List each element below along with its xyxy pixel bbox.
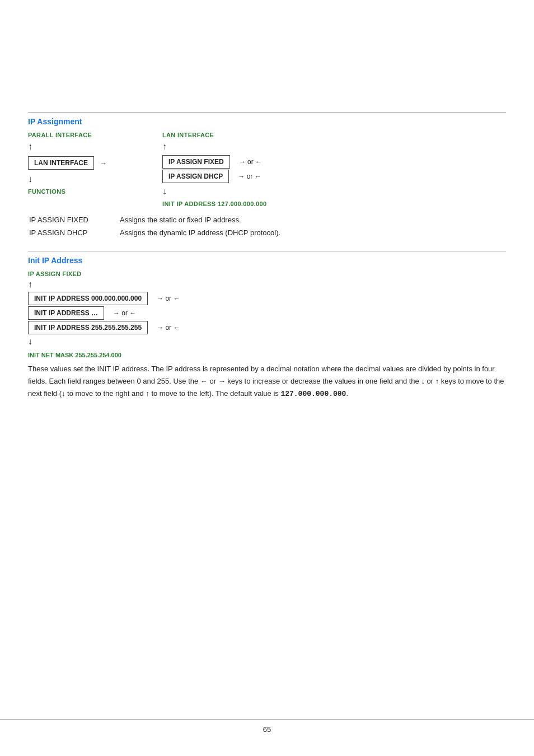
or-arrow-fixed: → or ← — [239, 158, 262, 166]
ip-assign-dhcp-row: IP ASSIGN DHCP → or ← — [162, 170, 262, 183]
ip-assign-fixed-sub-label: IP ASSIGN FIXED — [28, 270, 506, 277]
lan-interface-row: LAN INTERFACE → — [28, 156, 110, 170]
ip-assign-dhcp-box: IP ASSIGN DHCP — [162, 170, 229, 183]
init-ip-ellipsis-row: INIT IP ADDRESS … → or ← — [28, 306, 506, 320]
term-fixed: IP ASSIGN FIXED — [29, 214, 119, 226]
ip-assign-fixed-row: IP ASSIGN FIXED → or ← — [162, 155, 262, 169]
arrow-up-2: ↑ — [162, 141, 167, 153]
ip-assignment-section: IP Assignment PARALL INTERFACE ↑ LAN INT… — [28, 112, 506, 240]
ip-assign-fixed-box: IP ASSIGN FIXED — [162, 155, 230, 169]
init-ip-address-label: INIT IP ADDRESS 127.000.000.000 — [162, 200, 266, 207]
ip-assignment-diagram: PARALL INTERFACE ↑ LAN INTERFACE → ↓ FUN… — [28, 132, 506, 207]
ip-assign-items: IP ASSIGN FIXED → or ← IP ASSIGN DHCP → … — [162, 155, 262, 183]
arrow-up-3: ↑ — [28, 278, 506, 291]
arrow-right-1: → — [100, 159, 107, 167]
init-ip-body-text: These values set the INIT IP address. Th… — [28, 363, 506, 400]
init-ip-address-title: Init IP Address — [28, 251, 506, 265]
init-ip-255-box: INIT IP ADDRESS 255.255.255.255 — [28, 321, 148, 334]
functions-label: FUNCTIONS — [28, 188, 65, 195]
lan-interface-right-label: LAN INTERFACE — [162, 132, 214, 138]
term-dhcp: IP ASSIGN DHCP — [29, 227, 119, 239]
init-ip-255-row: INIT IP ADDRESS 255.255.255.255 → or ← — [28, 321, 506, 334]
init-ip-ellipsis-box: INIT IP ADDRESS … — [28, 306, 104, 320]
arrow-down-1: ↓ — [28, 173, 32, 185]
arrow-down-3: ↓ — [28, 335, 506, 348]
page-footer: 65 — [0, 719, 534, 734]
arrow-up-1: ↑ — [28, 141, 32, 153]
desc-row-fixed: IP ASSIGN FIXED Assigns the static or fi… — [29, 214, 505, 226]
or-arrow-255: → or ← — [157, 324, 180, 332]
or-arrow-000: → or ← — [157, 295, 180, 302]
or-arrow-dhcp: → or ← — [238, 172, 261, 180]
page-number: 65 — [263, 725, 271, 734]
init-ip-000-box: INIT IP ADDRESS 000.000.000.000 — [28, 292, 148, 305]
default-value: 127.000.000.000 — [280, 390, 346, 398]
init-ip-000-row: INIT IP ADDRESS 000.000.000.000 → or ← — [28, 292, 506, 305]
diagram-left-col: PARALL INTERFACE ↑ LAN INTERFACE → ↓ FUN… — [28, 132, 157, 195]
or-arrow-ellipsis: → or ← — [113, 309, 136, 317]
init-net-mask-label: INIT NET MASK 255.255.254.000 — [28, 352, 506, 358]
lan-interface-box: LAN INTERFACE — [28, 156, 94, 170]
def-dhcp: Assigns the dynamic IP address (DHCP pro… — [120, 227, 505, 239]
ip-assignment-title: IP Assignment — [28, 112, 506, 126]
init-ip-address-section: Init IP Address IP ASSIGN FIXED ↑ INIT I… — [28, 251, 506, 400]
def-fixed: Assigns the static or fixed IP address. — [120, 214, 505, 226]
diagram-right-col: LAN INTERFACE ↑ IP ASSIGN FIXED → or ← I… — [157, 132, 266, 207]
arrow-down-2: ↓ — [162, 185, 167, 198]
ip-assignment-descriptions: IP ASSIGN FIXED Assigns the static or fi… — [28, 213, 506, 240]
parall-interface-label: PARALL INTERFACE — [28, 132, 92, 138]
desc-row-dhcp: IP ASSIGN DHCP Assigns the dynamic IP ad… — [29, 227, 505, 239]
init-ip-items: INIT IP ADDRESS 000.000.000.000 → or ← I… — [28, 292, 506, 334]
